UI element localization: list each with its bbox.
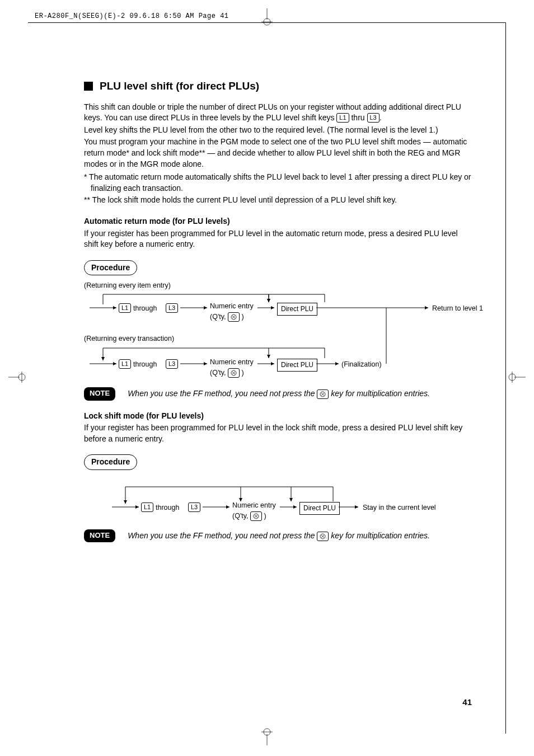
footnote-1: * The automatic return mode automaticall… [84,172,472,194]
lock-shift-desc: If your register has been programmed for… [84,422,472,444]
qty-label-2: (Q'ty, ) [210,368,244,378]
qty-label: (Q'ty, ) [210,312,244,322]
diagram-automatic-mode: (Returning every item entry) [84,281,472,382]
numeric-entry-label-2: Numeric entry [210,358,254,368]
intro-paragraph-2: Level key shifts the PLU level from the … [84,125,472,136]
title-text: PLU level shift (for direct PLUs) [100,79,259,94]
auto-return-desc: If your register has been programmed for… [84,228,472,250]
direct-plu-box-3: Direct PLU [299,502,340,515]
multiply-key-icon [317,532,329,541]
note-row-2: NOTE When you use the FF method, you nee… [84,529,472,542]
multiply-key-icon [228,312,240,322]
key-l3: L3 [367,113,380,123]
key-l3-diagram-2: L3 [166,359,178,369]
bullet-square-icon [84,82,93,91]
note-badge: NOTE [84,387,115,400]
note-badge-2: NOTE [84,529,115,542]
lock-shift-heading: Lock shift mode (for PLU levels) [84,411,472,422]
multiply-key-icon [250,511,262,521]
procedure-badge: Procedure [84,260,137,276]
qty-label-3: (Q'ty, ) [232,511,266,522]
note-row-1: NOTE When you use the FF method, you nee… [84,387,472,400]
note-text: When you use the FF method, you need not… [128,388,430,400]
key-l3-diagram-3: L3 [188,503,200,512]
numeric-entry-label-3: Numeric entry [232,501,276,511]
footnote-2: ** The lock shift mode holds the current… [84,195,472,206]
key-l1-diagram-2: L1 [119,359,131,369]
key-l1-diagram-3: L1 [141,503,153,512]
key-l1: L1 [336,113,349,123]
direct-plu-box: Direct PLU [277,303,317,316]
note-text-2: When you use the FF method, you need not… [128,530,430,542]
auto-return-heading: Automatic return mode (for PLU levels) [84,216,472,227]
print-header: ER-A280F_N(SEEG)(E)-2 09.6.18 6:50 AM Pa… [35,12,229,20]
multiply-key-icon [317,389,329,399]
intro-paragraph-3: You must program your machine in the PGM… [84,137,472,170]
numeric-entry-label: Numeric entry [210,302,254,312]
label-return-trans: (Returning every transaction) [84,334,174,344]
return-level1-label: Return to level 1 [432,304,483,314]
intro-paragraph-1: This shift can double or triple the numb… [84,102,472,124]
stay-current-label: Stay in the current level [363,503,436,513]
page-frame: PLU level shift (for direct PLUs) This s… [28,22,506,734]
finalization-label: (Finalization) [341,360,382,370]
through-label-3: through [156,503,179,513]
key-l1-diagram: L1 [119,303,131,313]
through-label: through [133,304,157,314]
direct-plu-box-2: Direct PLU [277,359,317,372]
procedure-badge-2: Procedure [84,454,137,470]
section-title: PLU level shift (for direct PLUs) [84,79,472,94]
page-number: 41 [462,697,472,707]
crop-mark-left [8,369,25,388]
crop-mark-right [509,369,526,388]
key-l3-diagram: L3 [166,303,178,313]
diagram-lock-mode: L1 through L3 Numeric entry (Q'ty, ) Dir… [84,479,472,524]
multiply-key-icon [228,368,240,378]
through-label-2: through [133,360,157,370]
